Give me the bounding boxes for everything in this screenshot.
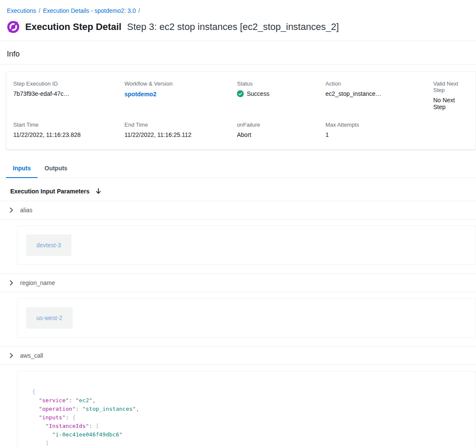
param-section-alias: alias devtest-3	[0, 201, 476, 274]
param-toggle-aws-call[interactable]: aws_call	[0, 347, 476, 365]
params-header-title: Execution Input Parameters	[10, 188, 89, 195]
field-label: Workflow & Version	[124, 80, 237, 87]
breadcrumb-link-execution-details[interactable]: Execution Details - spotdemo2: 3.0	[43, 7, 136, 14]
field-label: onFailure	[237, 122, 325, 128]
field-workflow-version: Workflow & Version spotdemo2	[124, 80, 237, 110]
field-valid-next-step: Valid Next Step No Next Step	[433, 80, 469, 110]
param-name: aws_call	[20, 352, 43, 359]
chevron-right-icon	[8, 207, 15, 214]
field-value: ec2_stop_instance…	[325, 90, 433, 97]
field-max-attempts: Max Attempts 1	[325, 122, 433, 138]
field-value: 1	[325, 131, 433, 138]
info-heading: Info	[0, 41, 476, 64]
field-start-time: Start Time 11/22/2022, 11:16:23.828	[13, 122, 124, 138]
chevron-right-icon	[8, 279, 15, 286]
field-label: Start Time	[13, 122, 124, 128]
field-status: Status Success	[237, 80, 325, 110]
param-toggle-alias[interactable]: alias	[0, 201, 476, 220]
divider	[0, 64, 476, 65]
param-toggle-region-name[interactable]: region_name	[0, 274, 476, 292]
field-label: Status	[237, 80, 325, 87]
param-value-panel: devtest-3	[17, 225, 476, 265]
status-text: Success	[247, 90, 269, 97]
page-subtitle: Step 3: ec2 stop instances [ec2_stop_ins…	[127, 21, 339, 33]
field-label: End Time	[124, 122, 237, 128]
field-value: Abort	[237, 131, 325, 138]
json-code: { "service": "ec2", "operation": "stop_i…	[32, 388, 461, 448]
workflow-link[interactable]: spotdemo2	[124, 91, 157, 98]
param-body-alias: devtest-3	[0, 220, 476, 273]
tab-bar: Inputs Outputs	[0, 159, 476, 178]
execution-info-card: Step Execution ID 7b73f93e-edaf-47c… Wor…	[6, 71, 476, 150]
tab-inputs[interactable]: Inputs	[6, 159, 38, 178]
breadcrumb-separator: /	[139, 7, 140, 14]
param-value-panel: us-west-2	[17, 298, 476, 338]
field-step-execution-id: Step Execution ID 7b73f93e-edaf-47c…	[13, 80, 124, 110]
param-value-chip: us-west-2	[26, 307, 73, 329]
field-value: 11/22/2022, 11:16:25.112	[124, 131, 237, 138]
field-empty	[433, 122, 469, 138]
param-body-aws-call: { "service": "ec2", "operation": "stop_i…	[0, 365, 476, 448]
param-body-region-name: us-west-2	[0, 292, 476, 346]
field-end-time: End Time 11/22/2022, 11:16:25.112	[124, 122, 237, 138]
page-title: Execution Step Detail	[25, 21, 121, 33]
field-label: Valid Next Step	[433, 80, 469, 93]
field-value: 7b73f93e-edaf-47c…	[13, 90, 124, 97]
success-check-icon	[237, 90, 244, 97]
param-code-panel: { "service": "ec2", "operation": "stop_i…	[17, 371, 476, 448]
chevron-right-icon	[8, 352, 15, 359]
download-arrow-icon[interactable]	[95, 188, 102, 195]
param-section-region-name: region_name us-west-2	[0, 274, 476, 347]
field-label: Step Execution ID	[13, 80, 124, 87]
execution-input-parameters-header: Execution Input Parameters	[0, 178, 476, 201]
param-name: alias	[20, 207, 33, 214]
breadcrumb: Executions/Execution Details - spotdemo2…	[0, 0, 476, 14]
field-value: No Next Step	[433, 97, 469, 110]
breadcrumb-link-executions[interactable]: Executions	[7, 7, 36, 14]
tab-outputs[interactable]: Outputs	[38, 159, 74, 178]
field-label: Max Attempts	[325, 122, 433, 128]
page-header: Execution Step Detail Step 3: ec2 stop i…	[0, 14, 476, 41]
param-value-chip: devtest-3	[26, 234, 71, 256]
param-section-aws-call: aws_call { "service": "ec2", "operation"…	[0, 347, 476, 448]
breadcrumb-separator: /	[38, 7, 40, 14]
param-name: region_name	[20, 279, 55, 286]
field-onfailure: onFailure Abort	[237, 122, 325, 138]
field-value: 11/22/2022, 11:16:23.828	[13, 131, 124, 138]
workflow-app-icon	[7, 21, 20, 33]
field-action: Action ec2_stop_instance…	[325, 80, 433, 110]
field-label: Action	[325, 80, 433, 87]
